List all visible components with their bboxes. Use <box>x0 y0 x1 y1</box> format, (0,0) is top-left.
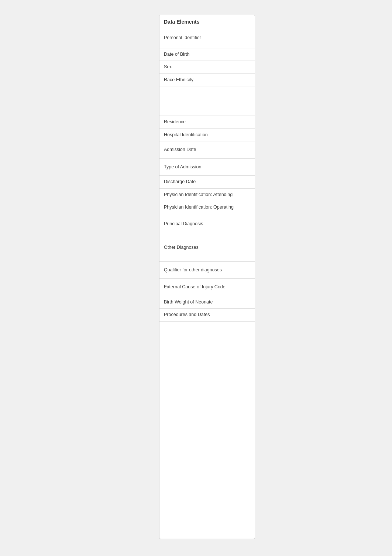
panel-header: Data Elements <box>159 15 255 28</box>
list-item[interactable]: Physician Identification: Operating <box>159 201 255 214</box>
list-item[interactable]: Birth Weight of Neonate <box>159 296 255 309</box>
list-item[interactable]: Type of Admission <box>159 159 255 176</box>
list-item[interactable]: Personal Identifier <box>159 28 255 48</box>
list-item[interactable]: Physician Identification: Attending <box>159 189 255 202</box>
list-item[interactable]: Procedures and Dates <box>159 309 255 322</box>
list-item[interactable]: Sex <box>159 61 255 74</box>
list-item[interactable]: Other Diagnoses <box>159 234 255 262</box>
list-item[interactable]: External Cause of Injury Code <box>159 279 255 296</box>
list-item[interactable]: Residence <box>159 116 255 129</box>
spacer-region <box>159 86 255 116</box>
data-elements-panel: Data Elements Personal Identifier Date o… <box>159 15 255 539</box>
list-item[interactable]: Hospital Identification <box>159 129 255 142</box>
list-item[interactable]: Admission Date <box>159 141 255 159</box>
list-item[interactable]: Principal Diagnosis <box>159 214 255 234</box>
list-item[interactable]: Discharge Date <box>159 176 255 189</box>
list-item[interactable]: Race Ethnicity <box>159 74 255 87</box>
bottom-spacer <box>159 322 255 381</box>
list-item[interactable]: Date of Birth <box>159 48 255 61</box>
list-item[interactable]: Qualifier for other diagnoses <box>159 262 255 279</box>
